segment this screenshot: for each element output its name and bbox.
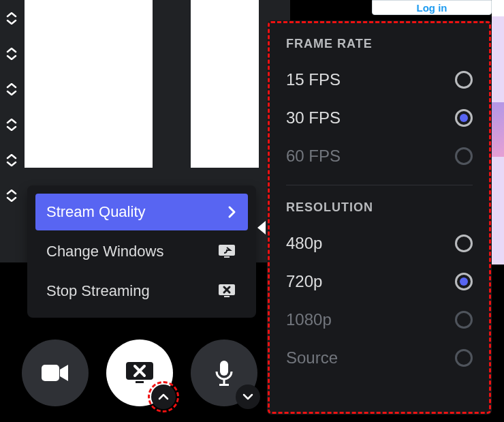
caret-pair-icon [6, 48, 17, 60]
resolution-option-source: Source [286, 339, 473, 377]
screen-share-button[interactable] [106, 340, 173, 406]
radio-icon-selected [455, 109, 473, 127]
resolution-option-720p[interactable]: 720p [286, 262, 473, 301]
stream-context-menu: Stream Quality Change Windows Stop Strea… [27, 185, 256, 318]
svg-rect-4 [42, 365, 59, 381]
option-label: 15 FPS [286, 70, 341, 89]
frame-rate-header: Frame Rate [286, 37, 473, 51]
svg-rect-9 [219, 384, 229, 386]
radio-icon [455, 147, 473, 165]
svg-rect-8 [223, 379, 225, 384]
menu-item-change-windows[interactable]: Change Windows [35, 233, 248, 270]
stream-tile [191, 0, 259, 168]
svg-rect-3 [224, 296, 230, 297]
stop-screen-icon [218, 283, 237, 299]
call-controls [22, 340, 257, 406]
caret-pair-icon [6, 83, 17, 95]
menu-item-label: Change Windows [46, 243, 163, 260]
caret-pair-icon [6, 154, 17, 166]
login-label: Log in [417, 2, 447, 14]
menu-item-stream-quality[interactable]: Stream Quality [35, 194, 248, 230]
caret-pair-icon [6, 119, 17, 131]
submenu-pointer-icon [255, 218, 267, 240]
radio-icon-selected [455, 273, 473, 290]
option-label: 480p [286, 234, 322, 253]
frame-rate-option-30[interactable]: 30 FPS [286, 99, 473, 137]
frame-rate-option-15[interactable]: 15 FPS [286, 61, 473, 99]
menu-item-label: Stop Streaming [46, 282, 150, 300]
resolution-header: Resolution [286, 200, 473, 215]
stream-quality-submenu: Frame Rate 15 FPS 30 FPS 60 FPS Resoluti… [267, 20, 492, 415]
radio-icon [455, 311, 473, 329]
stream-tile [25, 0, 153, 168]
frame-rate-option-60: 60 FPS [286, 137, 473, 175]
option-label: 60 FPS [286, 147, 341, 166]
svg-rect-7 [220, 361, 228, 376]
resolution-option-480p[interactable]: 480p [286, 224, 473, 262]
screen-share-stop-icon [125, 361, 155, 385]
microphone-button[interactable] [191, 340, 257, 406]
option-label: 30 FPS [286, 108, 341, 127]
radio-icon [455, 71, 473, 89]
left-gutter [0, 0, 23, 262]
chevron-up-icon [158, 393, 169, 400]
microphone-options-toggle[interactable] [236, 385, 260, 409]
option-label: 1080p [286, 310, 332, 329]
caret-pair-icon [6, 190, 17, 202]
resolution-option-1080p: 1080p [286, 301, 473, 339]
option-label: Source [286, 348, 338, 367]
menu-item-label: Stream Quality [46, 203, 146, 221]
screen-share-options-toggle[interactable] [151, 385, 176, 409]
share-screen-icon [218, 243, 237, 260]
radio-icon [455, 349, 473, 367]
radio-icon [455, 235, 473, 252]
caret-pair-icon [6, 12, 17, 25]
camera-icon [41, 363, 69, 383]
background-content [492, 0, 504, 265]
camera-button[interactable] [22, 340, 89, 406]
svg-rect-6 [136, 381, 144, 383]
menu-item-stop-streaming[interactable]: Stop Streaming [35, 273, 248, 310]
option-label: 720p [286, 272, 322, 291]
chevron-down-icon [242, 393, 253, 400]
chevron-right-icon [227, 205, 237, 219]
svg-rect-1 [224, 256, 230, 258]
divider [286, 185, 473, 185]
microphone-icon [214, 359, 234, 387]
login-button[interactable]: Log in [372, 0, 492, 15]
